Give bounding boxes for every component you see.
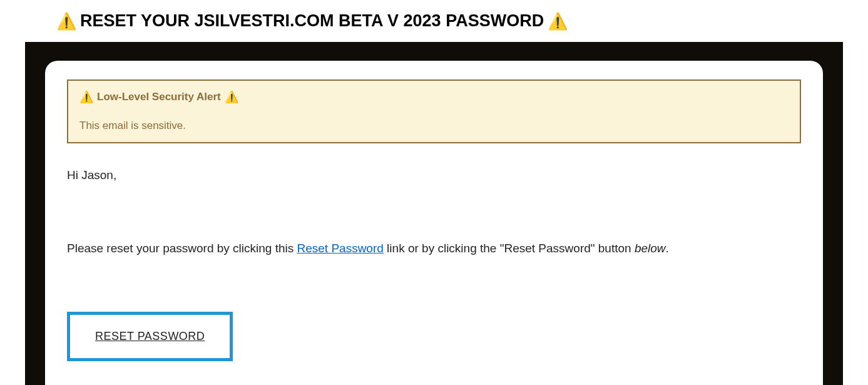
- reset-password-link[interactable]: Reset Password: [297, 242, 384, 255]
- instruction-middle: link or by clicking the "Reset Password"…: [384, 242, 635, 255]
- instruction-text: Please reset your password by clicking t…: [67, 242, 801, 255]
- alert-title: ⚠️ Low-Level Security Alert ⚠️: [79, 91, 789, 103]
- reset-password-button[interactable]: RESET PASSWORD: [67, 312, 233, 361]
- instruction-prefix: Please reset your password by clicking t…: [67, 242, 297, 255]
- warning-icon: ⚠️: [56, 13, 76, 29]
- alert-title-text: Low-Level Security Alert: [97, 91, 221, 103]
- page-title-text: RESET YOUR JSILVESTRI.COM BETA V 2023 PA…: [80, 11, 544, 31]
- warning-icon: ⚠️: [548, 13, 568, 29]
- page-title: ⚠️ RESET YOUR JSILVESTRI.COM BETA V 2023…: [0, 0, 868, 42]
- security-alert-box: ⚠️ Low-Level Security Alert ⚠️ This emai…: [67, 80, 801, 143]
- email-frame: ⚠️ Low-Level Security Alert ⚠️ This emai…: [25, 42, 843, 385]
- alert-body-text: This email is sensitive.: [79, 120, 789, 132]
- instruction-suffix: .: [666, 242, 669, 255]
- instruction-emphasis: below: [635, 242, 666, 255]
- greeting-text: Hi Jason,: [67, 168, 801, 182]
- warning-icon: ⚠️: [79, 91, 93, 103]
- email-card: ⚠️ Low-Level Security Alert ⚠️ This emai…: [45, 61, 823, 385]
- warning-icon: ⚠️: [225, 91, 238, 103]
